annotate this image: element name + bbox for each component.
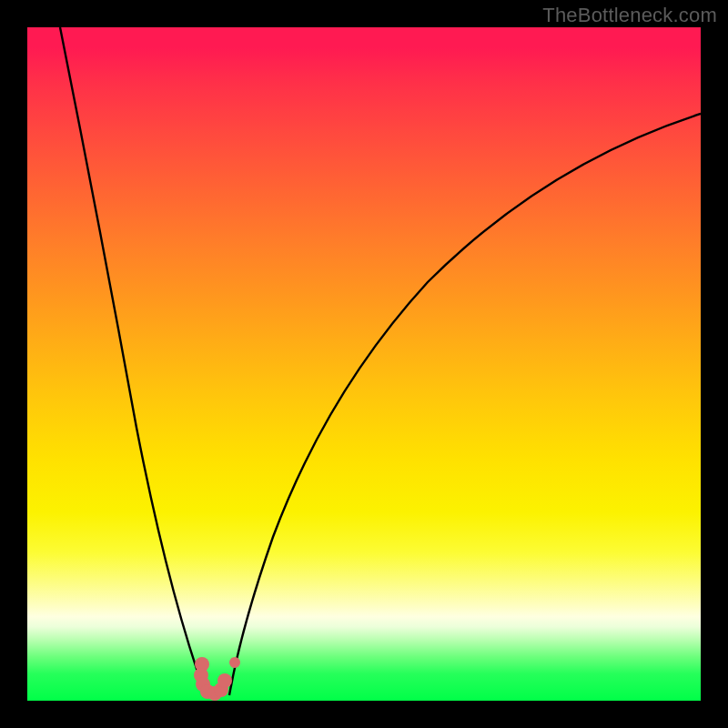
outer-frame: TheBottleneck.com <box>0 0 728 728</box>
curve-overlay <box>27 27 701 701</box>
svg-point-7 <box>229 657 240 668</box>
left-curve-path <box>60 27 206 695</box>
plot-area <box>27 27 701 701</box>
svg-point-6 <box>217 673 232 688</box>
right-curve-path <box>229 114 701 695</box>
watermark-text: TheBottleneck.com <box>542 4 717 27</box>
